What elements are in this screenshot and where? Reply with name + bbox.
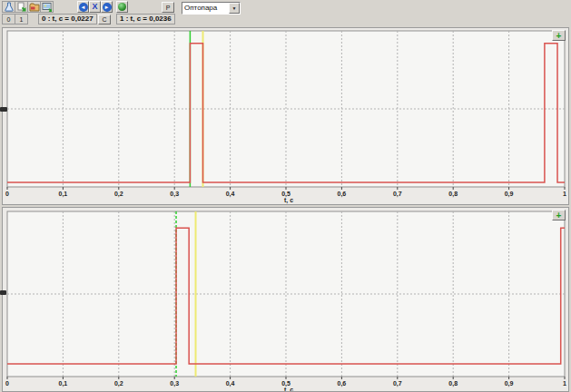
open-folder-icon-glyph	[29, 2, 40, 13]
x-button[interactable]: X	[89, 1, 101, 13]
svg-text:0,4: 0,4	[226, 380, 235, 387]
y-axis-label-mark-1	[0, 290, 6, 295]
svg-text:0,2: 0,2	[114, 191, 123, 198]
svg-text:0,4: 0,4	[226, 191, 235, 198]
channel-0-toggle[interactable]: 0	[2, 14, 15, 24]
device-select[interactable]: Оптопара ▼	[182, 2, 241, 15]
nav-button-group: ◄ X ►	[77, 1, 113, 13]
svg-text:1: 1	[563, 191, 566, 197]
export-image-icon-glyph	[42, 2, 53, 13]
arrow-right-icon: ►	[103, 3, 112, 12]
export-report-icon-glyph	[16, 2, 27, 13]
start-acquisition-button[interactable]	[116, 1, 128, 13]
svg-text:t, c: t, c	[284, 387, 293, 391]
channel-0-plot[interactable]: 00,10,20,30,40,50,60,70,80,91t, c	[3, 28, 568, 204]
device-select-value: Оптопара	[182, 3, 229, 14]
channel-0-chart-panel: 00,10,20,30,40,50,60,70,80,91t, c +	[2, 27, 569, 205]
svg-text:0,1: 0,1	[59, 191, 68, 198]
svg-text:0,3: 0,3	[170, 380, 179, 387]
zoom-plus-button-0[interactable]: +	[552, 30, 566, 41]
x-icon: X	[92, 2, 97, 12]
chevron-down-icon[interactable]: ▼	[229, 3, 240, 14]
channel-1-chart-panel: 00,10,20,30,40,50,60,70,80,91t, c +	[2, 207, 569, 392]
svg-text:0,3: 0,3	[170, 191, 179, 198]
svg-text:0,9: 0,9	[505, 191, 514, 198]
flask-icon[interactable]	[2, 1, 15, 13]
svg-text:0,7: 0,7	[393, 380, 402, 387]
svg-text:0: 0	[5, 380, 9, 387]
file-icon-group	[2, 1, 53, 13]
svg-text:0: 0	[5, 191, 9, 197]
channel-1-toggle[interactable]: 1	[15, 14, 28, 24]
zoom-plus-button-1[interactable]: +	[552, 210, 566, 220]
p-button[interactable]: Р	[162, 2, 174, 13]
svg-text:0,1: 0,1	[59, 380, 68, 387]
svg-text:0,8: 0,8	[448, 380, 458, 387]
green-orb-icon	[118, 3, 126, 11]
open-folder-icon[interactable]	[27, 1, 41, 13]
export-report-icon[interactable]	[15, 1, 28, 13]
svg-text:t, c: t, c	[284, 197, 293, 204]
channel-toggle-group: 0 1	[2, 14, 27, 24]
svg-text:0,9: 0,9	[505, 380, 514, 387]
channel-1-plot[interactable]: 00,10,20,30,40,50,60,70,80,91t, c	[3, 208, 568, 391]
c-button[interactable]: C	[98, 15, 111, 24]
export-image-icon[interactable]	[40, 1, 54, 13]
measurement-readout-1: 1 : t, c = 0,0236	[116, 14, 175, 24]
svg-text:0,6: 0,6	[338, 191, 347, 198]
flask-icon-glyph	[4, 2, 15, 13]
measurement-readout-0: 0 : t, c = 0,0227	[38, 14, 97, 24]
step-forward-button[interactable]: ►	[101, 1, 113, 13]
svg-text:0,6: 0,6	[338, 380, 347, 387]
step-back-button[interactable]: ◄	[77, 1, 89, 13]
arrow-left-icon: ◄	[79, 3, 88, 12]
svg-text:0,8: 0,8	[448, 191, 458, 198]
y-axis-label-mark-0	[0, 107, 7, 112]
svg-text:1: 1	[563, 380, 566, 387]
toolbar: ◄ X ► Р Оптопара ▼ 0 1 0 : t, c = 0,0227…	[0, 0, 571, 26]
svg-text:0,7: 0,7	[393, 191, 402, 198]
svg-text:0,2: 0,2	[114, 380, 123, 387]
